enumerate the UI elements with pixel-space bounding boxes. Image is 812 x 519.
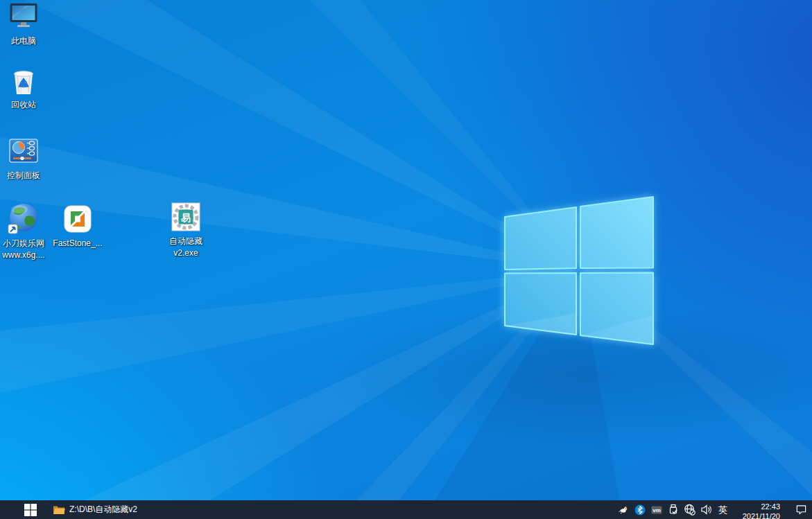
clock-time: 22:43 [736, 502, 780, 511]
desktop-icon-label: 此电脑 [11, 35, 36, 47]
desktop-icon-label: 回收站 [11, 99, 36, 111]
desktop-icon-xiaodao-shortcut[interactable]: 小刀娱乐网 www.x6g.... [0, 202, 50, 261]
desktop-icon-autohide-exe[interactable]: 易 自动隐藏 v2.exe [159, 200, 212, 259]
start-button[interactable] [14, 500, 47, 519]
taskbar-button-label: Z:\D\B\自动隐藏v2 [69, 504, 137, 516]
volume-tray-icon[interactable] [700, 504, 712, 516]
desktop-icon-label: 小刀娱乐网 [3, 238, 44, 249]
windows-logo-wallpaper [0, 0, 812, 519]
desktop-icon-recycle-bin[interactable]: 回收站 [0, 64, 50, 111]
desktop-icon-label: FastStone_... [53, 238, 102, 249]
app-tray-icon[interactable] [617, 504, 629, 516]
clock-date: 2021/11/20 [736, 511, 780, 519]
windows-desktop: 此电脑 回收站 [0, 0, 812, 519]
desktop-icon-label: 自动隐藏 [169, 236, 202, 247]
globe-shortcut-icon [7, 202, 40, 236]
easy-language-exe-icon: 易 [169, 200, 202, 234]
vmware-glyph: vm [653, 507, 661, 513]
desktop-icon-this-pc[interactable]: 此电脑 [0, 0, 50, 47]
clock[interactable]: 22:43 2021/11/20 [736, 500, 780, 519]
bluetooth-tray-icon[interactable] [634, 504, 646, 516]
action-center-icon[interactable] [795, 504, 807, 516]
desktop-icon-faststone[interactable]: FastStone_... [51, 202, 104, 249]
this-pc-icon [7, 0, 40, 33]
windows-start-icon [24, 504, 37, 516]
faststone-icon [61, 202, 94, 236]
network-no-internet-tray-icon[interactable] [684, 504, 696, 516]
taskbar: Z:\D\B\自动隐藏v2 [0, 500, 812, 519]
recycle-bin-icon [7, 64, 40, 97]
vmware-tray-icon[interactable]: vm [650, 504, 662, 516]
desktop-icon-label-line2: www.x6g.... [2, 249, 44, 261]
usb-device-tray-icon[interactable] [667, 504, 679, 516]
desktop-icon-label: 控制面板 [7, 170, 40, 182]
control-panel-icon [7, 134, 40, 168]
folder-icon [53, 504, 65, 515]
input-method-indicator[interactable]: 英 [717, 500, 729, 519]
desktop-icon-label-line2: v2.exe [173, 247, 198, 259]
easy-language-glyph: 易 [180, 212, 191, 223]
system-tray: vm [617, 500, 812, 519]
taskbar-button-folder-window[interactable]: Z:\D\B\自动隐藏v2 [47, 500, 144, 519]
desktop-icon-control-panel[interactable]: 控制面板 [0, 134, 50, 182]
